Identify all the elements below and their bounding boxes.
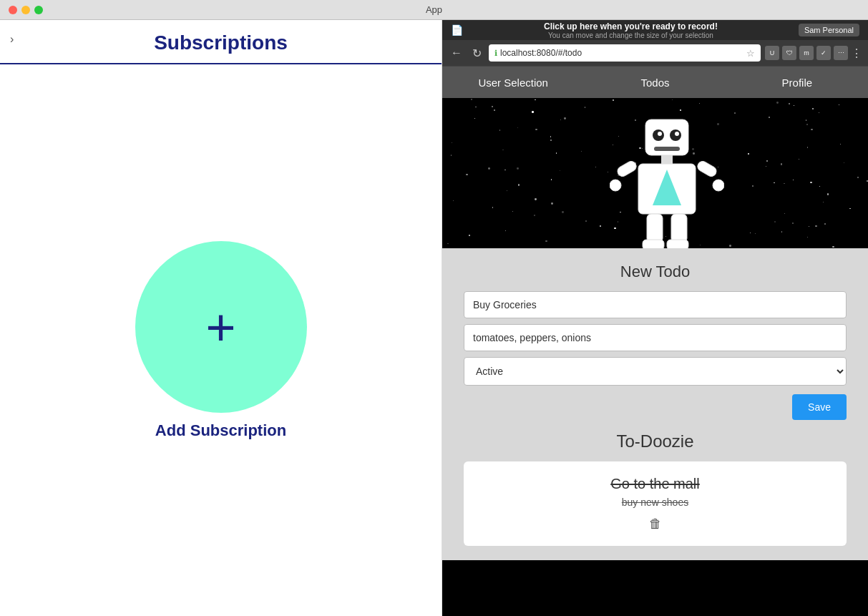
close-button[interactable] [9, 6, 17, 14]
subscriptions-title: Subscriptions [154, 31, 288, 54]
ext-4-icon[interactable]: ✓ [816, 46, 831, 60]
robot-mascot [610, 112, 724, 241]
todo-item-title: Go to the mall [478, 476, 832, 492]
left-panel-body: + Add Subscription [0, 64, 442, 616]
left-panel: › Subscriptions + Add Subscription [0, 20, 442, 616]
recording-title: Click up here when you're ready to recor… [463, 21, 799, 31]
maximize-button[interactable] [34, 6, 43, 14]
minimize-button[interactable] [21, 6, 30, 14]
browser-menu-button[interactable]: ⋮ [851, 47, 862, 60]
svg-rect-10 [696, 160, 718, 178]
sam-personal-button[interactable]: Sam Personal [799, 24, 859, 36]
svg-point-3 [658, 132, 662, 136]
ext-1-icon[interactable]: U [765, 46, 779, 60]
add-subscription-button[interactable]: + Add Subscription [135, 241, 307, 440]
doc-icon: 📄 [451, 24, 463, 36]
back-chevron-icon[interactable]: › [10, 33, 14, 46]
title-bar: App [0, 0, 868, 20]
app-nav: User Selection Todos Profile [442, 67, 868, 98]
refresh-button[interactable]: ↻ [469, 45, 484, 62]
delete-todo-button[interactable]: 🗑 [649, 517, 662, 532]
recording-subtitle: You can move and change the size of your… [463, 31, 799, 39]
browser-content: New Todo Active Completed Pending Save T… [442, 98, 868, 616]
svg-rect-6 [661, 155, 673, 164]
svg-point-4 [675, 132, 679, 136]
todo-title-input[interactable] [464, 291, 847, 318]
todo-list-title: To-Doozie [464, 431, 847, 451]
recording-text: Click up here when you're ready to recor… [463, 21, 799, 39]
svg-rect-16 [667, 240, 688, 248]
svg-point-12 [713, 180, 724, 191]
save-button[interactable]: Save [792, 394, 847, 420]
hero-area [442, 98, 868, 248]
url-text: localhost:8080/#/todo [500, 48, 743, 58]
nav-user-selection[interactable]: User Selection [442, 67, 584, 98]
lock-icon: ℹ [494, 49, 497, 58]
browser-toolbar: 📄 Click up here when you're ready to rec… [442, 20, 868, 67]
nav-profile[interactable]: Profile [726, 67, 868, 98]
new-todo-form: New Todo Active Completed Pending Save T… [442, 248, 868, 560]
recording-bar: 📄 Click up here when you're ready to rec… [442, 20, 868, 40]
todo-status-select[interactable]: Active Completed Pending [464, 357, 847, 386]
todo-item-desc: buy new shoes [478, 497, 832, 508]
svg-rect-15 [643, 240, 664, 248]
svg-rect-13 [647, 214, 663, 243]
ext-5-icon[interactable]: ⋯ [834, 46, 848, 60]
window-title: App [426, 4, 442, 15]
back-button[interactable]: ← [448, 45, 465, 61]
save-row: Save [464, 394, 847, 420]
right-panel: 📄 Click up here when you're ready to rec… [442, 20, 868, 616]
todo-desc-input[interactable] [464, 324, 847, 351]
browser-extensions: U 🛡 m ✓ ⋯ ⋮ [765, 46, 862, 60]
add-circle: + [135, 241, 307, 413]
content-area: › Subscriptions + Add Subscription 📄 Cli… [0, 20, 868, 616]
svg-point-11 [610, 180, 621, 191]
todo-card: Go to the mall buy new shoes 🗑 [464, 461, 847, 546]
form-title: New Todo [464, 263, 847, 281]
bookmark-icon[interactable]: ☆ [746, 48, 755, 59]
svg-rect-14 [671, 214, 687, 243]
nav-todos[interactable]: Todos [584, 67, 726, 98]
browser-nav: ← ↻ ℹ localhost:8080/#/todo ☆ U 🛡 m ✓ ⋯ … [442, 40, 868, 66]
address-bar[interactable]: ℹ localhost:8080/#/todo ☆ [489, 44, 761, 62]
add-subscription-label: Add Subscription [155, 421, 286, 440]
traffic-lights [9, 6, 43, 14]
ext-3-icon[interactable]: m [799, 46, 814, 60]
left-panel-header: › Subscriptions [0, 20, 442, 64]
ext-2-icon[interactable]: 🛡 [782, 46, 796, 60]
svg-rect-5 [654, 147, 680, 151]
plus-icon: + [205, 301, 235, 353]
svg-rect-9 [615, 160, 638, 178]
